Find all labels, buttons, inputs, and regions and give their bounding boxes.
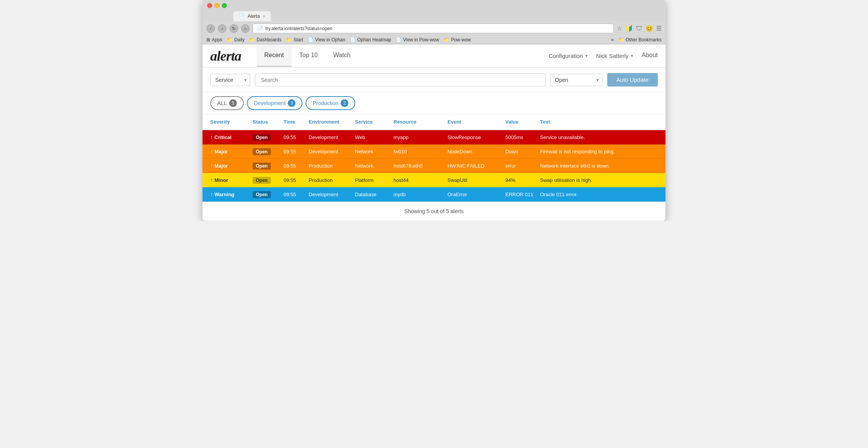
home-button[interactable]: ⌂ [241,24,250,33]
severity-label: Major [214,163,228,169]
time-cell: 09:55 [284,149,309,154]
environment-cell: Development [309,192,355,197]
about-link[interactable]: About [642,52,658,60]
th-resource: Resource [393,117,448,126]
status-cell: Open [253,163,284,169]
bookmark-daily[interactable]: 📁 Daily [227,37,245,42]
tab-close-button[interactable]: × [263,14,265,19]
text-cell: Swap utilisation is high. [540,177,658,183]
reload-button[interactable]: ↻ [230,24,238,33]
forward-button[interactable]: › [218,24,226,33]
other-bookmarks-label: Other Bookmarks [626,37,662,42]
table-row[interactable]: ↑ Warning Open 09:55 Development Databas… [203,187,665,202]
status-cell: Open [253,177,284,183]
event-cell: NodeDown [448,149,505,154]
nav-top10[interactable]: Top 10 [292,45,326,67]
severity-cell: ↑ Major [210,163,253,169]
filter-production-button[interactable]: Production 2 [306,96,355,110]
configuration-dropdown[interactable]: Configuration ▼ [549,53,588,59]
ophan-heatmap-label: Ophan Heatmap [357,37,391,42]
time-cell: 09:55 [284,134,309,140]
filter-dev-label: Development [254,100,286,106]
table-row[interactable]: ↑ Minor Open 09:55 Production Platform h… [203,173,665,187]
th-severity: Severity [210,117,253,126]
th-status: Status [253,117,284,126]
bookmark-ophan-heatmap[interactable]: 📄 Ophan Heatmap [350,37,391,42]
status-cell: Open [253,134,284,140]
th-text: Text [540,117,658,126]
back-button[interactable]: ‹ [206,24,215,33]
service-cell: Platform [355,177,393,183]
title-bar [203,0,665,11]
filter-development-button[interactable]: Development 3 [247,96,303,110]
table-row[interactable]: ↑ Major Open 09:55 Production Network ho… [203,159,665,173]
active-tab[interactable]: 📄 Alerta × [233,11,271,21]
text-cell: Oracle 011 error. [540,192,658,197]
severity-label: Minor [214,177,228,183]
bookmark-start[interactable]: 📁 Start [286,37,303,42]
page-icon: 📄 [257,25,263,31]
bookmark-star-icon[interactable]: ☆ [617,25,622,32]
severity-arrow-icon: ↑ [210,148,213,154]
resource-cell: host678:eth0 [393,163,448,169]
folder-icon: 📁 [227,37,233,42]
resource-cell: fw010 [393,149,448,154]
powwow-label: Pow-wow [451,37,471,42]
bookmark-other[interactable]: 📁 Other Bookmarks [618,37,662,42]
table-row[interactable]: ↑ Major Open 09:55 Development Network f… [203,144,665,159]
app-content: alerta Recent Top 10 Watch Configuration… [203,44,665,221]
table-row[interactable]: ↑ Critical Open 09:55 Development Web my… [203,130,665,144]
status-badge: Open [253,148,271,155]
status-select-wrapper: Open Closed Acknowledged [550,74,603,86]
app-logo: alerta [210,48,241,64]
apps-icon: ⊞ [206,37,210,42]
value-cell: 94% [505,177,540,183]
severity-arrow-icon: ↑ [210,191,213,197]
minimize-button[interactable] [214,3,220,8]
service-select[interactable]: Service Web Network Platform Database [210,74,250,86]
bookmark-view-ophan[interactable]: 📄 View in Ophan [308,37,345,42]
severity-label: Warning [214,192,235,197]
tab-title: Alerta [248,14,260,19]
chevron-down-icon: ▼ [630,54,634,58]
th-time: Time [284,117,309,126]
severity-arrow-icon: ↑ [210,134,213,140]
th-service: Service [355,117,393,126]
nav-recent[interactable]: Recent [257,45,292,67]
bookmark-apps[interactable]: ⊞ Apps [206,37,222,42]
page-icon: 📄 [350,37,356,42]
bookmark-view-powwow[interactable]: 📄 View in Pow-wow [396,37,439,42]
filter-all-button[interactable]: ALL 5 [210,96,244,110]
extension-icon-2[interactable]: 🛡 [636,25,642,32]
resource-cell: host44 [393,177,448,183]
address-bar[interactable]: 📄 try.alerta.io/#/alerts?status=open [253,24,614,33]
nav-right: Configuration ▼ Nick Satterly ▼ About [549,52,658,60]
user-dropdown[interactable]: Nick Satterly ▼ [596,53,634,59]
extension-icon-1[interactable]: 🔰 [625,25,633,32]
more-icon: » [611,37,614,42]
maximize-button[interactable] [222,3,227,8]
nav-watch[interactable]: Watch [326,45,358,67]
bookmark-dashboards[interactable]: 📁 Dashboards [249,37,282,42]
search-input[interactable] [255,73,545,87]
event-cell: SlowResponse [448,134,505,140]
status-select[interactable]: Open Closed Acknowledged [550,74,603,86]
page-icon: 📄 [308,37,314,42]
extension-icon-3[interactable]: 😊 [645,25,653,32]
menu-icon[interactable]: ☰ [656,25,662,32]
severity-cell: ↑ Warning [210,191,253,197]
folder-icon: 📁 [249,37,255,42]
event-cell: HW:NIC:FAILED [448,163,505,169]
more-bookmarks-button[interactable]: » [611,37,614,42]
auto-update-button[interactable]: Auto Update [607,73,658,87]
bookmark-powwow[interactable]: 📁 Pow-wow [444,37,471,42]
view-ophan-label: View in Ophan [315,37,345,42]
daily-label: Daily [234,37,245,42]
status-badge: Open [253,177,271,184]
browser-window: 📄 Alerta × ‹ › ↻ ⌂ 📄 try.alerta.io/#/ale… [203,0,665,221]
severity-cell: ↑ Major [210,148,253,154]
close-button[interactable] [207,3,212,8]
value-cell: error [505,163,540,169]
folder-icon: 📁 [444,37,449,42]
filter-prod-count: 2 [341,99,348,107]
